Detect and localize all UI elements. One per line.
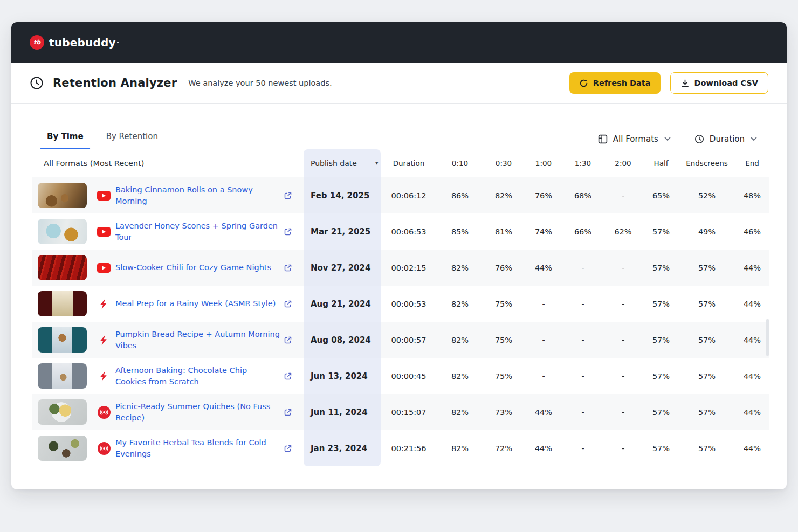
- metric-value: -: [603, 336, 643, 344]
- publish-date-cell: Aug 08, 2024: [304, 322, 381, 358]
- metric-value: 62%: [603, 227, 643, 236]
- publish-date: Nov 27, 2024: [311, 263, 370, 273]
- publish-date-cell: Aug 21, 2024: [304, 286, 381, 322]
- external-link-icon[interactable]: [283, 263, 293, 273]
- publish-date: Aug 08, 2024: [311, 335, 371, 345]
- video-title[interactable]: My Favorite Herbal Tea Blends for Cold E…: [115, 437, 283, 460]
- metric-value: -: [563, 408, 603, 417]
- video-thumbnail[interactable]: [38, 436, 87, 461]
- clock-icon: [694, 134, 704, 144]
- video-title[interactable]: Slow-Cooker Chili for Cozy Game Nights: [115, 262, 283, 273]
- external-link-icon[interactable]: [283, 371, 293, 381]
- scrollbar-thumb[interactable]: [766, 319, 769, 356]
- video-title[interactable]: Meal Prep for a Rainy Week (ASMR Style): [115, 298, 283, 309]
- metric-value: 72%: [483, 444, 524, 453]
- metric-value: 57%: [643, 408, 679, 417]
- download-button-label: Download CSV: [694, 79, 758, 87]
- live-stream-icon: [97, 442, 111, 455]
- metric-value: 44%: [524, 264, 563, 272]
- live-stream-icon: [97, 406, 111, 419]
- publish-date: Jun 11, 2024: [311, 407, 368, 417]
- publish-date: Mar 21, 2025: [311, 227, 370, 237]
- metric-value: 65%: [643, 191, 679, 200]
- tubebuddy-logo-icon: tb: [30, 35, 44, 50]
- metric-value: 57%: [643, 336, 679, 344]
- metric-value: 75%: [483, 300, 524, 308]
- column-header: 0:10: [437, 159, 483, 168]
- video-title[interactable]: Afternoon Baking: Chocolate Chip Cookies…: [115, 365, 283, 388]
- video-cell: Meal Prep for a Rainy Week (ASMR Style): [32, 286, 304, 322]
- external-link-icon[interactable]: [283, 299, 293, 309]
- metric-value: 00:06:12: [381, 191, 437, 200]
- metric-value: 00:06:53: [381, 227, 437, 236]
- metric-value: 57%: [679, 372, 735, 381]
- tab-by-retention-label: By Retention: [106, 132, 158, 141]
- tab-by-time[interactable]: By Time: [40, 123, 90, 149]
- video-thumbnail[interactable]: [38, 255, 87, 280]
- duration-filter-label: Duration: [710, 134, 745, 144]
- title-column-header: All Formats (Most Recent): [32, 159, 304, 168]
- video-thumbnail[interactable]: [38, 363, 87, 389]
- column-header: Duration: [381, 159, 437, 168]
- formats-filter-label: All Formats: [613, 134, 658, 144]
- metric-value: 85%: [437, 227, 483, 236]
- publish-date-cell: Feb 14, 2025: [304, 177, 381, 213]
- metric-value: 57%: [643, 444, 679, 453]
- metric-value: 46%: [735, 227, 769, 236]
- metric-value: -: [603, 300, 643, 308]
- duration-filter-dropdown[interactable]: Duration: [694, 134, 757, 144]
- metric-value: 49%: [679, 227, 735, 236]
- metric-value: 48%: [735, 191, 769, 200]
- table-row: Lavender Honey Scones + Spring Garden To…: [32, 213, 769, 250]
- video-cell: Slow-Cooker Chili for Cozy Game Nights: [32, 250, 304, 286]
- column-header: End: [735, 159, 769, 168]
- formats-filter-dropdown[interactable]: All Formats: [598, 134, 671, 144]
- video-cell: Picnic-Ready Summer Quiches (No Fuss Rec…: [32, 394, 304, 430]
- youtube-shorts-icon: [97, 370, 111, 382]
- metric-value: 44%: [735, 264, 769, 272]
- metric-value: -: [563, 300, 603, 308]
- youtube-video-icon: [97, 263, 111, 273]
- publish-date-cell: Jan 23, 2024: [304, 430, 381, 466]
- brand-bar: tb tubebuddy: [11, 22, 787, 63]
- metric-value: 57%: [679, 336, 735, 344]
- tab-by-retention[interactable]: By Retention: [100, 123, 164, 149]
- publish-date-column-header[interactable]: Publish date ▼: [304, 149, 381, 177]
- video-thumbnail[interactable]: [38, 183, 87, 208]
- clock-icon: [30, 76, 44, 90]
- refresh-data-button[interactable]: Refresh Data: [569, 72, 661, 94]
- table-body: Baking Cinnamon Rolls on a Snowy Morning…: [32, 177, 769, 466]
- external-link-icon[interactable]: [283, 444, 293, 453]
- table-row: Pumpkin Bread Recipe + Autumn Morning Vi…: [32, 322, 769, 358]
- video-thumbnail[interactable]: [38, 399, 87, 425]
- column-header: 2:00: [603, 159, 643, 168]
- external-link-icon[interactable]: [283, 407, 293, 417]
- external-link-icon[interactable]: [283, 191, 293, 201]
- metric-value: 00:02:15: [381, 264, 437, 272]
- metric-value: 57%: [643, 372, 679, 381]
- metric-value: 66%: [563, 227, 603, 236]
- tab-by-time-label: By Time: [47, 132, 84, 141]
- video-thumbnail[interactable]: [38, 327, 87, 353]
- page-title: Retention Analyzer: [53, 77, 177, 89]
- video-cell: My Favorite Herbal Tea Blends for Cold E…: [32, 430, 304, 466]
- metric-value: -: [524, 300, 563, 308]
- video-title[interactable]: Pumpkin Bread Recipe + Autumn Morning Vi…: [115, 329, 283, 351]
- metric-value: -: [603, 444, 643, 453]
- video-title[interactable]: Lavender Honey Scones + Spring Garden To…: [115, 220, 283, 243]
- external-link-icon[interactable]: [283, 227, 293, 237]
- publish-date: Aug 21, 2024: [311, 299, 371, 309]
- video-thumbnail[interactable]: [38, 291, 87, 316]
- video-thumbnail[interactable]: [38, 219, 87, 244]
- video-title[interactable]: Picnic-Ready Summer Quiches (No Fuss Rec…: [115, 401, 283, 424]
- download-csv-button[interactable]: Download CSV: [670, 72, 768, 94]
- video-title[interactable]: Baking Cinnamon Rolls on a Snowy Morning: [115, 184, 283, 207]
- column-header: Half: [643, 159, 679, 168]
- page-background: tb tubebuddy Retention Analyzer We analy…: [0, 0, 798, 532]
- metric-value: -: [563, 264, 603, 272]
- metric-value: 44%: [735, 336, 769, 344]
- external-link-icon[interactable]: [283, 335, 293, 345]
- metric-value: 73%: [483, 408, 524, 417]
- youtube-shorts-icon: [97, 298, 111, 310]
- metric-value: 52%: [679, 191, 735, 200]
